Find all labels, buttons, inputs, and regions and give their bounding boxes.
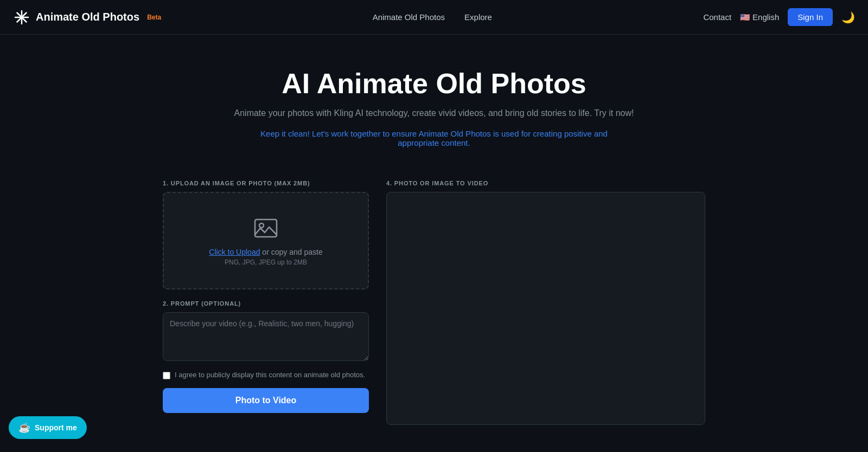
upload-hint: PNG, JPG, JPEG up to 2MB [225,259,307,266]
video-preview [386,192,705,425]
left-panel: 1. UPLOAD AN IMAGE OR PHOTO (MAX 2MB) Cl… [163,180,369,413]
logo-icon [13,9,30,26]
navbar: Animate Old Photos Beta Animate Old Phot… [0,0,868,35]
lang-label: English [752,12,779,22]
agree-checkbox[interactable] [163,372,170,379]
navbar-left: Animate Old Photos Beta [13,9,161,26]
nav-link-explore[interactable]: Explore [464,12,492,22]
upload-link[interactable]: Click to Upload [209,248,260,256]
right-panel: 4. PHOTO OR IMAGE TO VIDEO [386,180,705,413]
support-label: Support me [35,423,77,432]
navbar-right: Contact 🇺🇸 English Sign In 🌙 [703,8,855,26]
prompt-section: 2. PROMPT (OPTIONAL) [163,300,369,371]
upload-area[interactable]: Click to Upload or copy and paste PNG, J… [163,192,369,289]
beta-badge: Beta [147,14,161,21]
upload-text: Click to Upload or copy and paste [209,248,322,256]
main-content: 1. UPLOAD AN IMAGE OR PHOTO (MAX 2MB) Cl… [87,180,781,413]
checkbox-label[interactable]: I agree to publicly display this content… [175,371,365,379]
upload-text-rest: or copy and paste [260,248,322,256]
sign-in-button[interactable]: Sign In [788,8,833,26]
hero-section: AI Animate Old Photos Animate your photo… [0,35,868,164]
prompt-section-label: 2. PROMPT (OPTIONAL) [163,300,369,307]
hero-title: AI Animate Old Photos [13,67,855,100]
video-section-label: 4. PHOTO OR IMAGE TO VIDEO [386,180,705,186]
image-upload-icon [253,215,279,241]
submit-button[interactable]: Photo to Video [163,388,369,413]
dark-mode-toggle[interactable]: 🌙 [841,11,855,24]
svg-point-6 [259,223,264,228]
svg-rect-5 [255,219,277,237]
contact-link[interactable]: Contact [703,12,731,22]
nav-link-animate[interactable]: Animate Old Photos [373,12,445,22]
language-selector[interactable]: 🇺🇸 English [740,12,779,22]
flag-icon: 🇺🇸 [740,12,750,22]
brand-name: Animate Old Photos [36,11,139,23]
upload-section: 1. UPLOAD AN IMAGE OR PHOTO (MAX 2MB) Cl… [163,180,369,289]
notice-text: Keep it clean! Let's work together to en… [244,129,624,147]
support-button[interactable]: ☕ Support me [9,416,87,439]
navbar-center: Animate Old Photos Explore [373,12,492,22]
upload-section-label: 1. UPLOAD AN IMAGE OR PHOTO (MAX 2MB) [163,180,369,186]
prompt-textarea[interactable] [163,312,369,361]
hero-subtitle: Animate your photos with Kling AI techno… [13,108,855,118]
checkbox-row: I agree to publicly display this content… [163,371,369,379]
support-icon: ☕ [18,422,30,434]
